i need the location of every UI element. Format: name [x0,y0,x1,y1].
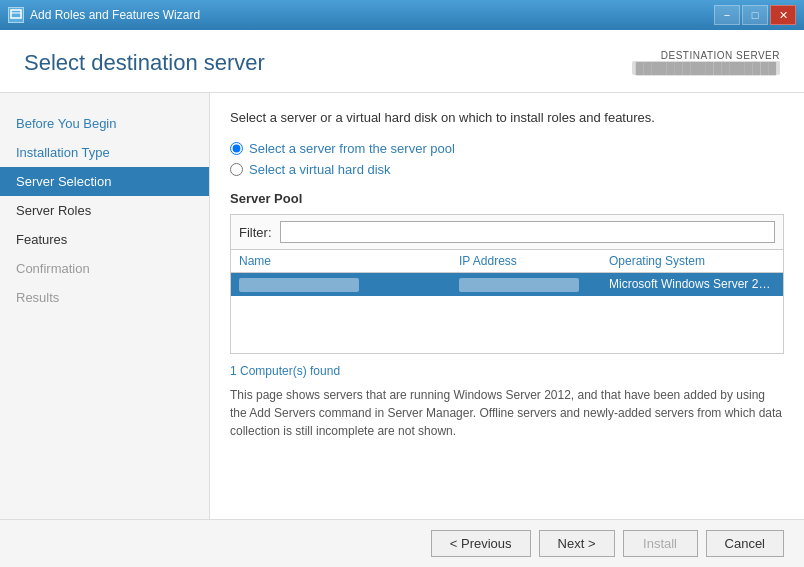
wizard-container: Select destination server DESTINATION SE… [0,30,804,567]
cancel-button[interactable]: Cancel [706,530,784,557]
radio-group: Select a server from the server pool Sel… [230,141,784,177]
title-bar-controls: − □ ✕ [714,5,796,25]
info-text: This page shows servers that are running… [230,386,784,440]
close-button[interactable]: ✕ [770,5,796,25]
radio-pool-label[interactable]: Select a server from the server pool [249,141,455,156]
col-header-ip: IP Address [459,254,609,268]
radio-option-vhd[interactable]: Select a virtual hard disk [230,162,784,177]
sidebar-item-confirmation: Confirmation [0,254,209,283]
destination-server-info: DESTINATION SERVER ██████████████████ [632,50,780,75]
sidebar-item-results: Results [0,283,209,312]
col-header-name: Name [239,254,459,268]
sidebar-item-installation-type[interactable]: Installation Type [0,138,209,167]
install-button[interactable]: Install [623,530,698,557]
sidebar-item-before-you-begin[interactable]: Before You Begin [0,109,209,138]
sidebar-item-server-roles[interactable]: Server Roles [0,196,209,225]
title-bar: Add Roles and Features Wizard − □ ✕ [0,0,804,30]
sidebar-item-features[interactable]: Features [0,225,209,254]
destination-name: ██████████████████ [632,61,780,75]
page-title: Select destination server [24,50,265,76]
radio-vhd-input[interactable] [230,163,243,176]
col-header-os: Operating System [609,254,775,268]
table-row[interactable]: Microsoft Windows Server 2012 R2 Datacen… [231,273,783,296]
filter-label: Filter: [239,225,272,240]
radio-pool-input[interactable] [230,142,243,155]
previous-button[interactable]: < Previous [431,530,531,557]
svg-rect-0 [11,10,21,18]
wizard-body: Before You Begin Installation Type Serve… [0,93,804,519]
sidebar-item-server-selection[interactable]: Server Selection [0,167,209,196]
pool-body: Microsoft Windows Server 2012 R2 Datacen… [231,273,783,353]
server-pool-container: Filter: Name IP Address Operating System… [230,214,784,354]
radio-vhd-label[interactable]: Select a virtual hard disk [249,162,391,177]
minimize-button[interactable]: − [714,5,740,25]
pool-footer-text: 1 Computer(s) found [230,364,784,378]
destination-label: DESTINATION SERVER [632,50,780,61]
next-button[interactable]: Next > [539,530,615,557]
cell-name [239,278,359,292]
radio-option-pool[interactable]: Select a server from the server pool [230,141,784,156]
filter-input[interactable] [280,221,776,243]
content-area: Select a server or a virtual hard disk o… [210,93,804,519]
table-header: Name IP Address Operating System [231,250,783,273]
title-bar-left: Add Roles and Features Wizard [8,7,200,23]
wizard-header: Select destination server DESTINATION SE… [0,30,804,93]
server-pool-title: Server Pool [230,191,784,206]
wizard-icon [8,7,24,23]
cell-os: Microsoft Windows Server 2012 R2 Datacen… [609,277,775,292]
filter-row: Filter: [231,215,783,250]
maximize-button[interactable]: □ [742,5,768,25]
sidebar: Before You Begin Installation Type Serve… [0,93,210,519]
cell-ip [459,278,579,292]
content-description: Select a server or a virtual hard disk o… [230,109,784,127]
title-bar-title: Add Roles and Features Wizard [30,8,200,22]
wizard-footer: < Previous Next > Install Cancel [0,519,804,567]
